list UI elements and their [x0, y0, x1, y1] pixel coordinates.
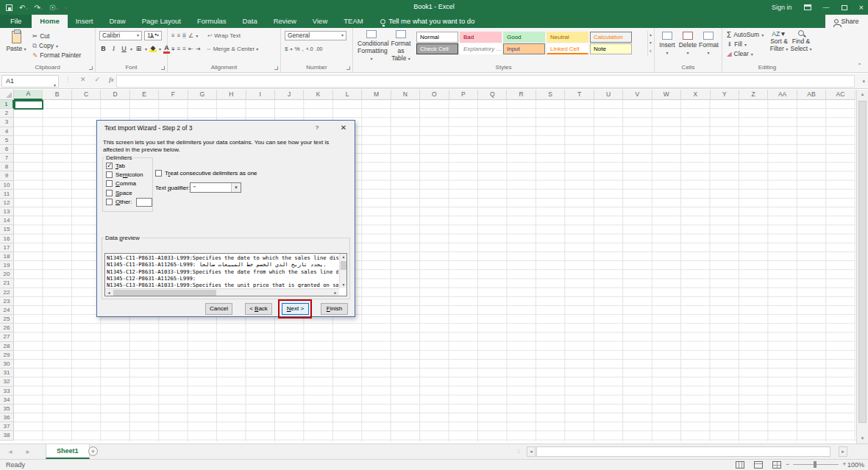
- fill-button[interactable]: ⬇Fill ▾: [727, 40, 747, 49]
- delimiter-tab-box[interactable]: [106, 163, 113, 169]
- selected-cell-a1[interactable]: [14, 100, 43, 110]
- tab-splitter-handle[interactable]: ⁞: [518, 448, 519, 455]
- column-header-y[interactable]: Y: [711, 90, 739, 100]
- close-button[interactable]: ×: [859, 3, 864, 12]
- column-header-z[interactable]: Z: [739, 90, 768, 100]
- zoom-slider[interactable]: [793, 464, 839, 465]
- italic-button[interactable]: I: [110, 45, 118, 52]
- chevron-down-icon[interactable]: ▼: [231, 183, 241, 192]
- horizontal-scroll-thumb[interactable]: [536, 446, 830, 457]
- cut-button[interactable]: ✂Cut: [32, 32, 49, 40]
- ribbon-tab-insert[interactable]: Insert: [68, 15, 102, 28]
- insert-cells-button[interactable]: Insert▾: [658, 32, 677, 56]
- new-sheet-button[interactable]: +: [88, 446, 98, 456]
- decrease-indent-icon[interactable]: ⇤: [188, 46, 193, 52]
- row-header-6[interactable]: 6: [0, 145, 14, 154]
- borders-button[interactable]: ⊞: [135, 45, 143, 52]
- style-calculation[interactable]: Calculation: [590, 32, 632, 43]
- ribbon-tab-draw[interactable]: Draw: [101, 15, 133, 28]
- row-header-21[interactable]: 21: [0, 279, 14, 288]
- style-linked-cell[interactable]: Linked Cell: [547, 43, 588, 54]
- column-header-ac[interactable]: AC: [826, 90, 855, 100]
- zoom-slider-thumb[interactable]: [814, 461, 817, 468]
- text-qualifier-dropdown[interactable]: " ▼: [190, 182, 241, 193]
- sort-filter-button[interactable]: AZ▼ Sort &Filter ▾: [768, 30, 790, 53]
- back-button[interactable]: < Back: [245, 303, 272, 315]
- ribbon-display-options-icon[interactable]: [804, 4, 811, 10]
- align-bottom-icon[interactable]: ≡: [182, 32, 186, 39]
- increase-indent-icon[interactable]: ⇥: [196, 46, 201, 52]
- row-header-25[interactable]: 25: [0, 315, 14, 324]
- row-header-31[interactable]: 31: [0, 368, 14, 377]
- column-header-q[interactable]: Q: [478, 90, 507, 100]
- dialog-close-button[interactable]: ✕: [332, 121, 355, 135]
- clear-button[interactable]: ◢Clear ▾: [727, 49, 753, 58]
- increase-font-button[interactable]: A▲: [150, 32, 157, 40]
- preview-horizontal-scrollbar[interactable]: ◄ ►: [105, 288, 339, 296]
- column-header-f[interactable]: F: [159, 90, 188, 100]
- row-header-32[interactable]: 32: [0, 377, 14, 386]
- delimiter-other-box[interactable]: [106, 199, 113, 205]
- treat-consecutive-checkbox[interactable]: Treat consecutive delimiters as one: [155, 170, 257, 177]
- underline-button[interactable]: U: [120, 45, 128, 52]
- column-header-l[interactable]: L: [333, 90, 362, 100]
- column-header-aa[interactable]: AA: [768, 90, 797, 100]
- ribbon-tab-team[interactable]: TEAM: [335, 15, 371, 28]
- style-check-cell[interactable]: Check Cell: [416, 43, 458, 54]
- ribbon-tab-home[interactable]: Home: [32, 15, 67, 28]
- page-layout-view-icon[interactable]: [754, 461, 763, 469]
- styles-gallery-scroll[interactable]: ▲▼≡: [647, 31, 653, 56]
- style-explanatory-[interactable]: Explanatory ...: [460, 43, 502, 54]
- column-header-m[interactable]: M: [362, 90, 391, 100]
- column-header-n[interactable]: N: [391, 90, 420, 100]
- find-select-button[interactable]: Find &Select ▾: [790, 30, 812, 53]
- align-middle-icon[interactable]: ≡: [177, 32, 181, 39]
- format-painter-button[interactable]: ✎Format Painter: [32, 51, 81, 60]
- column-header-e[interactable]: E: [130, 90, 159, 100]
- insert-function-icon[interactable]: fx: [109, 76, 114, 83]
- row-header-24[interactable]: 24: [0, 306, 14, 315]
- row-header-28[interactable]: 28: [0, 342, 14, 351]
- next-button[interactable]: Next >: [282, 303, 309, 315]
- column-header-s[interactable]: S: [536, 90, 565, 100]
- format-cells-button[interactable]: Format▾: [699, 32, 718, 56]
- row-header-14[interactable]: 14: [0, 216, 14, 225]
- autosum-button[interactable]: ΣAutoSum ▾: [727, 30, 764, 39]
- bold-button[interactable]: B: [99, 45, 107, 52]
- row-header-26[interactable]: 26: [0, 324, 14, 332]
- delimiter-space-checkbox[interactable]: Space: [103, 188, 152, 197]
- row-header-18[interactable]: 18: [0, 252, 14, 261]
- column-header-h[interactable]: H: [217, 90, 246, 100]
- comma-style-icon[interactable]: ,: [302, 46, 304, 52]
- column-header-d[interactable]: D: [101, 90, 129, 100]
- row-header-7[interactable]: 7: [0, 154, 14, 163]
- column-header-i[interactable]: I: [246, 90, 275, 100]
- column-header-k[interactable]: K: [304, 90, 332, 100]
- percent-style-icon[interactable]: %: [294, 46, 299, 52]
- accounting-format-icon[interactable]: $: [285, 46, 288, 52]
- collapse-ribbon-icon[interactable]: ⌃: [857, 63, 862, 69]
- zoom-in-icon[interactable]: +: [842, 460, 846, 468]
- column-header-w[interactable]: W: [652, 90, 681, 100]
- number-format-combo[interactable]: General▾: [285, 31, 346, 40]
- row-header-37[interactable]: 37: [0, 422, 14, 431]
- style-note[interactable]: Note: [590, 43, 632, 54]
- column-header-g[interactable]: G: [188, 90, 217, 100]
- column-header-c[interactable]: C: [72, 90, 101, 100]
- other-delimiter-input[interactable]: [136, 198, 152, 207]
- orientation-icon[interactable]: ∠: [188, 32, 193, 39]
- row-header-12[interactable]: 12: [0, 199, 14, 207]
- row-header-23[interactable]: 23: [0, 297, 14, 306]
- wrap-text-button[interactable]: ↩ Wrap Text: [207, 32, 241, 39]
- delimiter-tab-checkbox[interactable]: Tab: [103, 161, 152, 170]
- vertical-scrollbar[interactable]: ▲ ▼: [856, 90, 868, 444]
- scroll-down-icon[interactable]: ▼: [857, 434, 868, 444]
- ribbon-tab-page-layout[interactable]: Page Layout: [134, 15, 189, 28]
- merge-center-button[interactable]: ⇔ Merge & Center ▾: [205, 46, 258, 52]
- row-header-5[interactable]: 5: [0, 136, 14, 145]
- zoom-out-icon[interactable]: −: [786, 460, 789, 468]
- row-header-33[interactable]: 33: [0, 387, 14, 396]
- row-header-13[interactable]: 13: [0, 207, 14, 216]
- preview-scroll-up-icon[interactable]: ▲: [340, 254, 347, 260]
- minimize-button[interactable]: —: [823, 4, 830, 11]
